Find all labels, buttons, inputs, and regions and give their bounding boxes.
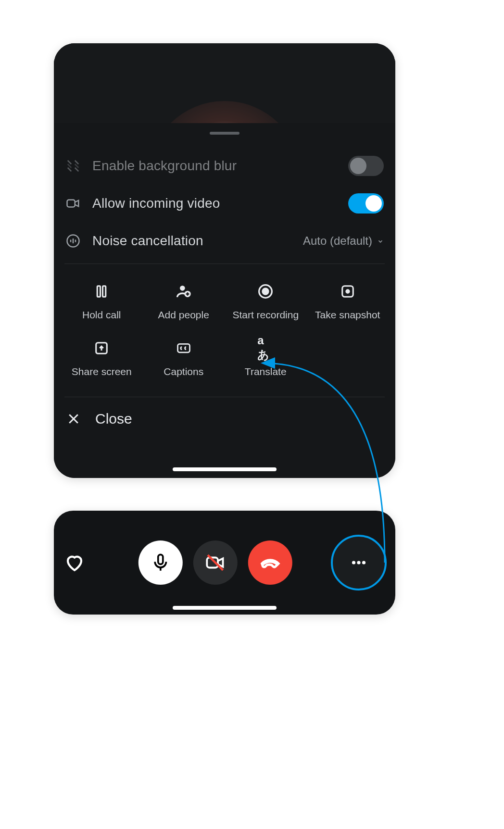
svg-rect-12: [158, 554, 163, 564]
more-options-button[interactable]: [331, 535, 387, 590]
noise-icon: [64, 232, 82, 250]
row-label: Noise cancellation: [92, 233, 303, 249]
row-incoming-video: Allow incoming video: [54, 185, 395, 222]
svg-point-4: [180, 286, 185, 291]
svg-point-15: [352, 561, 355, 564]
home-indicator: [173, 467, 277, 471]
action-start-recording[interactable]: Start recording: [225, 283, 307, 321]
react-button[interactable]: [64, 553, 85, 573]
captions-icon: [176, 340, 192, 356]
record-icon: [257, 283, 274, 300]
add-people-icon: [176, 283, 192, 300]
share-screen-icon: [93, 340, 110, 356]
action-label: Hold call: [82, 309, 121, 321]
svg-point-9: [346, 290, 349, 293]
action-hold-call[interactable]: Hold call: [61, 283, 143, 321]
svg-rect-2: [98, 286, 101, 297]
action-label: Start recording: [232, 309, 299, 321]
microphone-button[interactable]: [139, 540, 183, 585]
sheet-grabber[interactable]: [210, 132, 239, 135]
close-icon: [66, 412, 81, 426]
action-label: Captions: [164, 366, 203, 377]
row-noise-cancellation[interactable]: Noise cancellation Auto (default): [54, 222, 395, 260]
row-label: Enable background blur: [92, 158, 348, 174]
row-label: Allow incoming video: [92, 196, 348, 211]
phone-call-bar: [54, 511, 395, 615]
action-label: Share screen: [72, 366, 132, 377]
options-sheet: Enable background blur Allow incoming vi…: [54, 123, 395, 478]
action-captions[interactable]: Captions: [143, 340, 225, 377]
svg-rect-11: [177, 344, 189, 352]
phone-settings-sheet: Enable background blur Allow incoming vi…: [54, 43, 395, 478]
close-label: Close: [95, 411, 132, 427]
action-add-people[interactable]: Add people: [143, 283, 225, 321]
translate-icon: aあ: [257, 340, 274, 356]
action-label: Translate: [245, 366, 287, 377]
call-backdrop: [54, 43, 395, 125]
blur-icon: [64, 157, 82, 175]
toggle-incoming-video[interactable]: [348, 193, 384, 214]
svg-point-17: [362, 561, 365, 564]
action-label: Add people: [158, 309, 209, 321]
action-translate[interactable]: aあ Translate: [225, 340, 307, 377]
end-call-button[interactable]: [248, 540, 292, 585]
noise-value: Auto (default): [303, 234, 372, 248]
svg-rect-3: [103, 286, 106, 297]
action-take-snapshot[interactable]: Take snapshot: [307, 283, 389, 321]
snapshot-icon: [340, 283, 356, 300]
close-button[interactable]: Close: [54, 397, 395, 440]
home-indicator: [173, 606, 277, 610]
pause-icon: [93, 283, 110, 300]
action-label: Take snapshot: [315, 309, 380, 321]
svg-point-7: [263, 289, 268, 294]
svg-point-16: [357, 561, 360, 564]
video-icon: [64, 195, 82, 212]
svg-rect-0: [67, 200, 75, 207]
toggle-background-blur[interactable]: [348, 156, 384, 176]
chevron-down-icon: [377, 234, 384, 248]
camera-off-button[interactable]: [193, 540, 238, 585]
row-background-blur: Enable background blur: [54, 147, 395, 185]
action-share-screen[interactable]: Share screen: [61, 340, 143, 377]
